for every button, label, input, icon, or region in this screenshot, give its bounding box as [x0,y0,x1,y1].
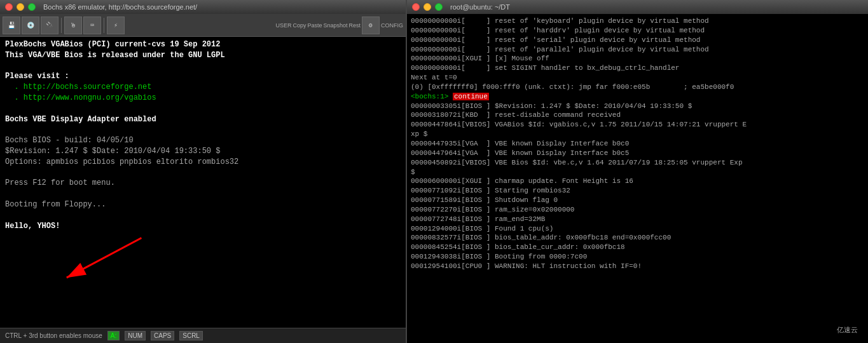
maximize-button[interactable] [28,3,36,11]
scrl-indicator: SCRL [179,331,203,340]
terminal-content-area: 00000000000i[ ] reset of 'keyboard' plug… [407,14,868,343]
config-label: CONFIG [381,22,403,29]
usb-icon[interactable]: 🔌 [41,17,59,34]
mouse-icon[interactable]: 🖱 [64,17,82,34]
bochs-toolbar: 💾 💿 🔌 🖱 ⌨ ⚡ USER Copy Paste Snapshot Res… [0,14,406,37]
bochs-screen: PlexBochs VGABios (PCI) current-cvs 19 S… [0,37,406,328]
toolbar-separator-2 [104,18,104,33]
config-icon[interactable]: ⚙ [362,17,380,34]
terminal-log: 00000000000i[ ] reset of 'keyboard' plug… [411,17,864,271]
snapshot-label: Snapshot [323,22,347,29]
bochs-statusbar: CTRL + 3rd button enables mouse A: NUM C… [0,328,406,343]
rest-label: Rest [348,22,361,29]
terminal-title: root@ubuntu: ~/DT [450,3,510,11]
red-arrow-indicator [55,235,149,288]
paste-label: Paste [307,22,322,29]
drive-indicator: A: [107,331,120,340]
minimize-button[interactable] [17,3,24,11]
keyboard-icon[interactable]: ⌨ [83,17,101,34]
terminal-titlebar: root@ubuntu: ~/DT [407,0,868,14]
bochs-emulator-window: Bochs x86 emulator, http://bochs.sourcef… [0,0,407,343]
close-button[interactable] [5,3,13,11]
terminal-minimize-button[interactable] [424,3,431,11]
power-icon[interactable]: ⚡ [107,17,125,34]
watermark: 亿速云 [833,323,862,337]
floppy-icon[interactable]: 💾 [3,17,20,34]
mouse-hint-text: CTRL + 3rd button enables mouse [5,332,102,339]
bochs-output: PlexBochs VGABios (PCI) current-cvs 19 S… [5,39,401,231]
caps-indicator: CAPS [151,331,174,340]
bochs-title: Bochs x86 emulator, http://bochs.sourcef… [43,3,197,11]
terminal-close-button[interactable] [412,3,420,11]
toolbar-separator [61,18,62,33]
bochs-titlebar: Bochs x86 emulator, http://bochs.sourcef… [0,0,406,14]
toolbar-right-section: USER Copy Paste Snapshot Rest ⚙ CONFIG [275,17,403,34]
num-indicator: NUM [125,331,146,340]
svg-line-1 [62,238,146,278]
user-label: USER [275,22,291,29]
terminal-maximize-button[interactable] [435,3,443,11]
copy-label: Copy [293,22,306,29]
terminal-window: root@ubuntu: ~/DT 00000000000i[ ] reset … [407,0,868,343]
cd-icon[interactable]: 💿 [22,17,39,34]
